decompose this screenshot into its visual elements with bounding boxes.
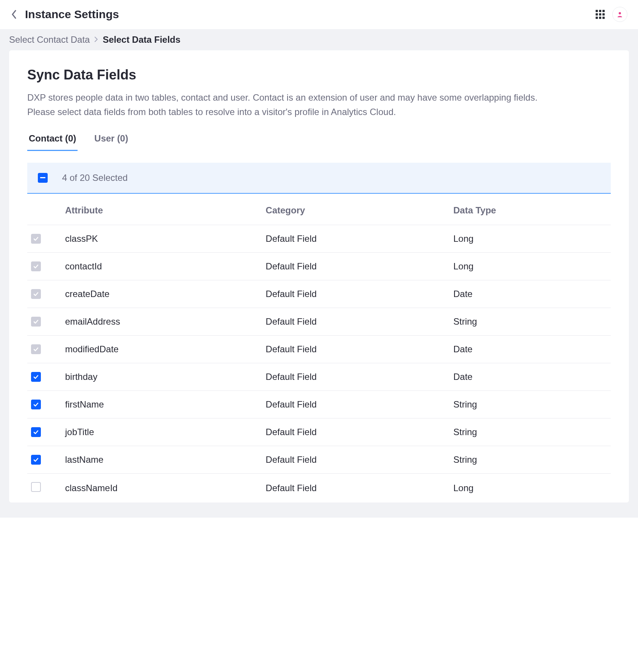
cell-category: Default Field	[262, 473, 450, 502]
cell-category: Default Field	[262, 280, 450, 308]
page-body: Sync Data Fields DXP stores people data …	[0, 50, 638, 518]
cell-category: Default Field	[262, 252, 450, 280]
table-row: contactIdDefault FieldLong	[27, 252, 611, 280]
cell-datatype: String	[450, 418, 611, 446]
cell-attribute: firstName	[61, 390, 262, 418]
apps-grid-icon[interactable]	[596, 10, 605, 19]
tab-0[interactable]: Contact (0)	[27, 133, 78, 151]
cell-category: Default Field	[262, 446, 450, 473]
page-title: Instance Settings	[25, 8, 119, 21]
tab-1[interactable]: User (0)	[93, 133, 129, 151]
cell-datatype: String	[450, 446, 611, 473]
chevron-right-icon	[94, 36, 98, 44]
cell-attribute: createDate	[61, 280, 262, 308]
cell-datatype: Long	[450, 252, 611, 280]
cell-datatype: String	[450, 308, 611, 335]
row-checkbox	[31, 289, 41, 299]
cell-datatype: Long	[450, 473, 611, 502]
breadcrumb-parent[interactable]: Select Contact Data	[9, 34, 90, 45]
cell-attribute: classNameId	[61, 473, 262, 502]
row-checkbox	[31, 234, 41, 244]
cell-category: Default Field	[262, 308, 450, 335]
cell-attribute: classPK	[61, 225, 262, 252]
row-checkbox[interactable]	[31, 427, 41, 437]
cell-attribute: modifiedDate	[61, 335, 262, 363]
col-checkbox	[27, 194, 61, 225]
row-checkbox	[31, 344, 41, 354]
card-description: DXP stores people data in two tables, co…	[27, 90, 557, 120]
table-row: createDateDefault FieldDate	[27, 280, 611, 308]
back-icon[interactable]	[11, 11, 17, 18]
row-checkbox[interactable]	[31, 400, 41, 409]
cell-attribute: lastName	[61, 446, 262, 473]
fields-table: Attribute Category Data Type classPKDefa…	[27, 194, 611, 502]
tabs: Contact (0)User (0)	[27, 133, 611, 151]
topbar-left: Instance Settings	[11, 8, 119, 21]
svg-point-0	[619, 12, 621, 14]
cell-category: Default Field	[262, 390, 450, 418]
table-row: birthdayDefault FieldDate	[27, 363, 611, 390]
cell-category: Default Field	[262, 335, 450, 363]
table-row: jobTitleDefault FieldString	[27, 418, 611, 446]
cell-category: Default Field	[262, 363, 450, 390]
select-all-indeterminate-checkbox[interactable]	[38, 173, 48, 183]
cell-attribute: emailAddress	[61, 308, 262, 335]
breadcrumb-current: Select Data Fields	[103, 34, 180, 45]
cell-datatype: Date	[450, 280, 611, 308]
selection-bar: 4 of 20 Selected	[27, 163, 611, 194]
col-attribute: Attribute	[61, 194, 262, 225]
cell-category: Default Field	[262, 418, 450, 446]
cell-category: Default Field	[262, 225, 450, 252]
col-category: Category	[262, 194, 450, 225]
cell-attribute: contactId	[61, 252, 262, 280]
avatar[interactable]	[612, 7, 627, 22]
cell-datatype: Date	[450, 363, 611, 390]
row-checkbox	[31, 261, 41, 271]
row-checkbox	[31, 317, 41, 327]
card: Sync Data Fields DXP stores people data …	[9, 50, 629, 502]
table-row: emailAddressDefault FieldString	[27, 308, 611, 335]
cell-attribute: jobTitle	[61, 418, 262, 446]
row-checkbox[interactable]	[31, 482, 41, 492]
breadcrumb: Select Contact Data Select Data Fields	[0, 29, 638, 50]
topbar-right	[596, 7, 627, 22]
row-checkbox[interactable]	[31, 455, 41, 465]
cell-attribute: birthday	[61, 363, 262, 390]
cell-datatype: Long	[450, 225, 611, 252]
table-row: modifiedDateDefault FieldDate	[27, 335, 611, 363]
topbar: Instance Settings	[0, 0, 638, 29]
table-row: classPKDefault FieldLong	[27, 225, 611, 252]
card-heading: Sync Data Fields	[27, 67, 611, 83]
cell-datatype: String	[450, 390, 611, 418]
table-row: lastNameDefault FieldString	[27, 446, 611, 473]
row-checkbox[interactable]	[31, 372, 41, 382]
table-row: classNameIdDefault FieldLong	[27, 473, 611, 502]
col-datatype: Data Type	[450, 194, 611, 225]
table-row: firstNameDefault FieldString	[27, 390, 611, 418]
selection-count: 4 of 20 Selected	[62, 173, 128, 183]
cell-datatype: Date	[450, 335, 611, 363]
